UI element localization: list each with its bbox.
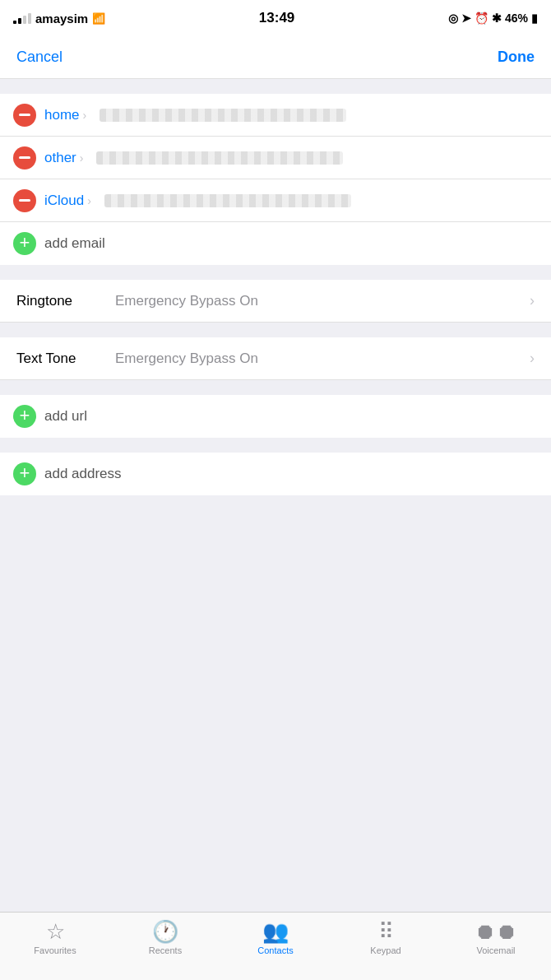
signal-bars: [13, 13, 31, 24]
home-email-value: [100, 109, 346, 122]
wifi-icon: 📶: [92, 12, 105, 25]
email-row-icloud[interactable]: iCloud ›: [0, 179, 551, 222]
status-left: amaysim 📶: [13, 12, 105, 26]
icloud-email-value: [104, 194, 351, 207]
tab-favourites[interactable]: ☆ Favourites: [0, 921, 110, 955]
texttone-section: Text Tone Emergency Bypass On ›: [0, 337, 551, 380]
status-right: ◎ ➤ ⏰ ✱ 46% ▮: [448, 12, 538, 25]
email-row-home[interactable]: home ›: [0, 94, 551, 137]
voicemail-icon: ⏺⏺: [475, 921, 517, 942]
email-row-other[interactable]: other ›: [0, 137, 551, 179]
spacer-3: [0, 323, 551, 337]
add-address-section: add address: [0, 453, 551, 495]
remove-icloud-button[interactable]: [13, 189, 36, 212]
done-button[interactable]: Done: [498, 49, 535, 66]
tab-favourites-label: Favourites: [34, 945, 76, 955]
texttone-chevron-icon: ›: [530, 350, 535, 367]
add-address-row[interactable]: add address: [0, 453, 551, 495]
add-url-row[interactable]: add url: [0, 395, 551, 438]
add-url-button[interactable]: [13, 405, 36, 428]
icloud-label[interactable]: iCloud ›: [44, 193, 91, 209]
add-url-section: add url: [0, 395, 551, 438]
tab-recents[interactable]: 🕐 Recents: [110, 921, 220, 955]
cancel-button[interactable]: Cancel: [16, 49, 63, 66]
arrow-icon: ➤: [461, 12, 471, 25]
texttone-label: Text Tone: [16, 351, 115, 367]
tab-voicemail[interactable]: ⏺⏺ Voicemail: [441, 921, 551, 955]
ringtone-row[interactable]: Ringtone Emergency Bypass On ›: [0, 280, 551, 323]
keypad-icon: ⠿: [378, 921, 394, 942]
location-icon: ◎: [448, 12, 458, 25]
ringtone-chevron-icon: ›: [530, 292, 535, 309]
home-label[interactable]: home ›: [44, 107, 86, 123]
ringtone-value: Emergency Bypass On: [115, 293, 530, 309]
add-email-label: add email: [44, 235, 105, 252]
carrier-label: amaysim: [35, 12, 88, 26]
remove-home-button[interactable]: [13, 104, 36, 127]
contacts-icon: 👥: [262, 921, 289, 942]
add-email-row[interactable]: add email: [0, 222, 551, 265]
add-address-button[interactable]: [13, 462, 36, 485]
status-time: 13:49: [259, 10, 294, 26]
status-bar: amaysim 📶 13:49 ◎ ➤ ⏰ ✱ 46% ▮: [0, 0, 551, 36]
battery-icon: ▮: [531, 12, 538, 25]
remove-other-button[interactable]: [13, 146, 36, 170]
add-email-button[interactable]: [13, 232, 36, 255]
texttone-row[interactable]: Text Tone Emergency Bypass On ›: [0, 337, 551, 380]
spacer-4: [0, 380, 551, 395]
other-label[interactable]: other ›: [44, 150, 83, 166]
nav-bar: Cancel Done: [0, 36, 551, 79]
bluetooth-icon: ✱: [492, 12, 502, 25]
spacer-top: [0, 79, 551, 94]
spacer-bottom: [0, 495, 551, 510]
home-chevron-icon: ›: [83, 109, 87, 122]
other-chevron-icon: ›: [80, 151, 84, 165]
ringtone-section: Ringtone Emergency Bypass On ›: [0, 280, 551, 323]
spacer-5: [0, 438, 551, 453]
email-section: home › other › iCloud › add email: [0, 94, 551, 265]
tab-bar: ☆ Favourites 🕐 Recents 👥 Contacts ⠿ Keyp…: [0, 912, 551, 980]
star-icon: ☆: [46, 921, 65, 942]
tab-recents-label: Recents: [149, 945, 182, 955]
ringtone-label: Ringtone: [16, 293, 115, 309]
add-url-label: add url: [44, 408, 87, 425]
alarm-icon: ⏰: [475, 12, 488, 25]
tab-keypad[interactable]: ⠿ Keypad: [331, 921, 441, 955]
tab-contacts[interactable]: 👥 Contacts: [220, 921, 331, 955]
spacer-2: [0, 265, 551, 280]
main-content: home › other › iCloud › add email: [0, 79, 551, 912]
icloud-chevron-icon: ›: [87, 194, 91, 207]
battery-percent: 46%: [505, 12, 528, 25]
texttone-value: Emergency Bypass On: [115, 351, 530, 367]
tab-contacts-label: Contacts: [257, 945, 293, 955]
add-address-label: add address: [44, 466, 122, 482]
tab-keypad-label: Keypad: [370, 945, 401, 955]
clock-icon: 🕐: [152, 921, 178, 942]
other-email-value: [96, 151, 343, 165]
tab-voicemail-label: Voicemail: [476, 945, 515, 955]
